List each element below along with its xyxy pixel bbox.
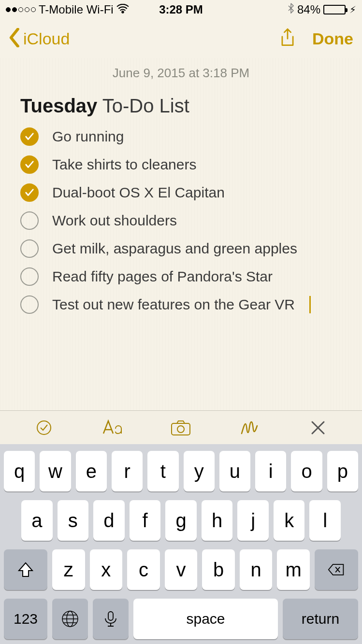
checkbox-empty-icon[interactable] bbox=[20, 211, 39, 230]
text-style-button[interactable] bbox=[101, 416, 125, 440]
key-y[interactable]: y bbox=[184, 451, 215, 491]
battery-icon bbox=[323, 5, 346, 14]
key-i[interactable]: i bbox=[255, 451, 286, 491]
dismiss-toolbar-button[interactable] bbox=[306, 416, 330, 440]
key-j[interactable]: j bbox=[237, 500, 269, 541]
battery-pct: 84% bbox=[297, 3, 320, 16]
text-cursor bbox=[309, 296, 311, 313]
key-s[interactable]: s bbox=[58, 500, 89, 541]
signal-dots bbox=[6, 7, 36, 12]
back-button[interactable]: iCloud bbox=[9, 28, 279, 49]
checklist-item[interactable]: Get milk, asparagus and green apples bbox=[20, 239, 350, 258]
key-u[interactable]: u bbox=[219, 451, 250, 491]
key-n[interactable]: n bbox=[240, 549, 273, 590]
dictation-key[interactable] bbox=[93, 599, 129, 639]
checklist-item[interactable]: Read fifty pages of Pandora's Star bbox=[20, 267, 350, 286]
key-a[interactable]: a bbox=[21, 500, 53, 541]
backspace-key[interactable] bbox=[315, 549, 358, 590]
note-timestamp: June 9, 2015 at 3:18 PM bbox=[12, 66, 350, 81]
shift-key[interactable] bbox=[4, 549, 47, 590]
checklist-toggle-button[interactable] bbox=[32, 416, 56, 440]
checklist-item[interactable]: Take shirts to cleaners bbox=[20, 155, 350, 174]
checklist-item[interactable]: Dual-boot OS X El Capitan bbox=[20, 183, 350, 202]
key-g[interactable]: g bbox=[165, 500, 197, 541]
share-button[interactable] bbox=[279, 28, 296, 49]
key-h[interactable]: h bbox=[202, 500, 233, 541]
checklist-item[interactable]: Go running bbox=[20, 127, 350, 146]
checklist-item[interactable]: Work out shoulders bbox=[20, 211, 350, 230]
space-key[interactable]: space bbox=[133, 599, 278, 639]
key-p[interactable]: p bbox=[327, 451, 358, 491]
checkbox-checked-icon[interactable] bbox=[20, 127, 39, 146]
key-w[interactable]: w bbox=[40, 451, 71, 491]
checkbox-empty-icon[interactable] bbox=[20, 239, 39, 258]
key-l[interactable]: l bbox=[309, 500, 341, 541]
note-editor[interactable]: June 9, 2015 at 3:18 PM Tuesday To-Do Li… bbox=[0, 58, 362, 410]
checklist[interactable]: Go runningTake shirts to cleanersDual-bo… bbox=[20, 127, 350, 314]
return-key[interactable]: return bbox=[283, 599, 358, 639]
key-d[interactable]: d bbox=[93, 500, 125, 541]
charging-icon: ⚡︎ bbox=[349, 4, 356, 15]
status-bar: T-Mobile Wi-Fi 3:28 PM 84% ⚡︎ bbox=[0, 0, 362, 19]
format-toolbar bbox=[0, 410, 362, 444]
checklist-item[interactable]: Test out new features on the Gear VR bbox=[20, 295, 350, 314]
checklist-item-text[interactable]: Go running bbox=[52, 128, 124, 145]
bluetooth-icon bbox=[288, 3, 294, 16]
checkbox-checked-icon[interactable] bbox=[20, 155, 39, 174]
key-z[interactable]: z bbox=[52, 549, 85, 590]
checklist-item-text[interactable]: Test out new features on the Gear VR bbox=[52, 296, 295, 313]
key-x[interactable]: x bbox=[90, 549, 123, 590]
key-r[interactable]: r bbox=[112, 451, 143, 491]
back-label: iCloud bbox=[23, 29, 70, 48]
checklist-item-text[interactable]: Take shirts to cleaners bbox=[52, 156, 196, 173]
note-title[interactable]: Tuesday To-Do List bbox=[20, 95, 350, 117]
clock: 3:28 PM bbox=[159, 3, 203, 16]
carrier-label: T-Mobile Wi-Fi bbox=[39, 3, 114, 16]
svg-point-2 bbox=[177, 426, 184, 433]
keyboard[interactable]: qwertyuiop asdfghjkl zxcvbnm 123 space r… bbox=[0, 444, 362, 644]
chevron-left-icon bbox=[9, 28, 21, 49]
key-o[interactable]: o bbox=[291, 451, 322, 491]
key-t[interactable]: t bbox=[147, 451, 178, 491]
key-b[interactable]: b bbox=[202, 549, 235, 590]
key-e[interactable]: e bbox=[76, 451, 107, 491]
checklist-item-text[interactable]: Work out shoulders bbox=[52, 212, 177, 229]
done-button[interactable]: Done bbox=[312, 29, 353, 48]
key-v[interactable]: v bbox=[165, 549, 198, 590]
checkbox-empty-icon[interactable] bbox=[20, 295, 39, 314]
camera-button[interactable] bbox=[169, 416, 193, 440]
svg-rect-1 bbox=[172, 423, 190, 435]
key-c[interactable]: c bbox=[127, 549, 160, 590]
numbers-key[interactable]: 123 bbox=[4, 599, 47, 639]
checkbox-checked-icon[interactable] bbox=[20, 183, 39, 202]
key-m[interactable]: m bbox=[277, 549, 310, 590]
svg-rect-5 bbox=[108, 612, 113, 620]
key-k[interactable]: k bbox=[274, 500, 305, 541]
checklist-item-text[interactable]: Get milk, asparagus and green apples bbox=[52, 240, 297, 257]
nav-bar: iCloud Done bbox=[0, 19, 362, 58]
checkbox-empty-icon[interactable] bbox=[20, 267, 39, 286]
key-q[interactable]: q bbox=[4, 451, 35, 491]
checklist-item-text[interactable]: Read fifty pages of Pandora's Star bbox=[52, 268, 273, 285]
sketch-button[interactable] bbox=[237, 416, 261, 440]
globe-key[interactable] bbox=[52, 599, 88, 639]
checklist-item-text[interactable]: Dual-boot OS X El Capitan bbox=[52, 184, 225, 201]
key-f[interactable]: f bbox=[130, 500, 161, 541]
svg-point-0 bbox=[37, 421, 51, 434]
wifi-icon bbox=[116, 3, 129, 16]
